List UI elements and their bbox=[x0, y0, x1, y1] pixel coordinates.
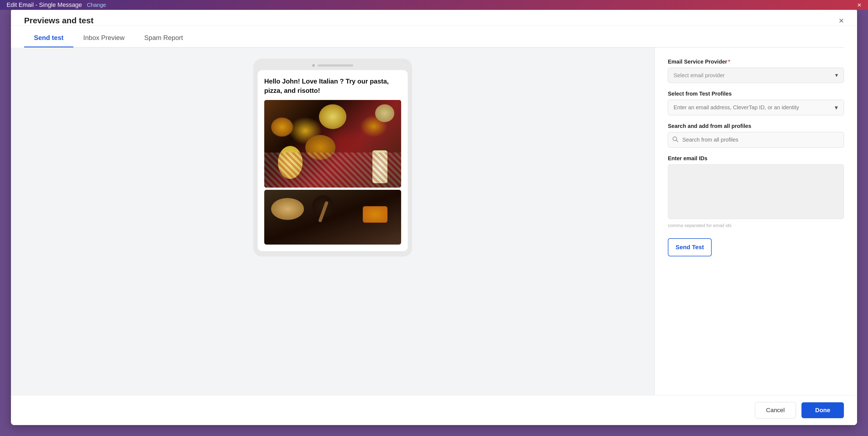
search-icon bbox=[672, 136, 678, 144]
email-service-provider-group: Email Service Provider* Select email pro… bbox=[668, 59, 844, 83]
right-panel: Email Service Provider* Select email pro… bbox=[654, 48, 857, 395]
modal: Previews and test × Send test Inbox Prev… bbox=[11, 8, 857, 425]
phone-dot bbox=[312, 64, 315, 67]
search-profiles-group: Search and add from all profiles bbox=[668, 123, 844, 148]
top-bar-close-button[interactable]: × bbox=[857, 1, 861, 9]
email-ids-group: Enter email IDs comma separated for emai… bbox=[668, 155, 844, 228]
send-test-button[interactable]: Send Test bbox=[668, 238, 712, 256]
tabs-container: Send test Inbox Preview Spam Report bbox=[11, 29, 857, 47]
search-profiles-wrapper bbox=[668, 132, 844, 148]
email-ids-label: Enter email IDs bbox=[668, 155, 844, 162]
email-service-provider-label: Email Service Provider* bbox=[668, 59, 844, 65]
top-bar-title: Edit Email - Single Message bbox=[7, 1, 82, 8]
food-cloth bbox=[264, 153, 401, 188]
svg-line-1 bbox=[676, 140, 678, 142]
modal-footer: Cancel Done bbox=[11, 395, 857, 425]
phone-mockup: Hello John! Love Italian ? Try our pasta… bbox=[253, 59, 412, 257]
phone-notch bbox=[258, 64, 408, 67]
send-test-button-wrapper: Send Test bbox=[668, 236, 844, 256]
tab-send-test[interactable]: Send test bbox=[24, 29, 73, 48]
tab-spam-report[interactable]: Spam Report bbox=[134, 29, 193, 48]
food2-item1 bbox=[271, 198, 304, 220]
preview-panel: Hello John! Love Italian ? Try our pasta… bbox=[11, 48, 654, 395]
email-ids-textarea[interactable] bbox=[668, 164, 844, 219]
search-profiles-input[interactable] bbox=[668, 132, 844, 148]
phone-status-bar bbox=[318, 64, 353, 67]
email-greeting: Hello John! Love Italian ? Try our pasta… bbox=[264, 77, 401, 95]
test-profiles-label: Select from Test Profiles bbox=[668, 91, 844, 97]
top-bar: Edit Email - Single Message Change × bbox=[0, 0, 868, 10]
food2-item3 bbox=[363, 206, 388, 223]
cancel-button[interactable]: Cancel bbox=[755, 402, 796, 418]
email-service-provider-select[interactable]: Select email provider bbox=[668, 68, 844, 83]
modal-header: Previews and test × bbox=[11, 8, 857, 26]
modal-body: Hello John! Love Italian ? Try our pasta… bbox=[11, 48, 857, 395]
done-button[interactable]: Done bbox=[802, 402, 844, 418]
change-link[interactable]: Change bbox=[87, 2, 106, 8]
search-profiles-label: Search and add from all profiles bbox=[668, 123, 844, 129]
email-service-provider-wrapper: Select email provider ▼ bbox=[668, 68, 844, 83]
email-ids-hint: comma separated for email ids bbox=[668, 223, 844, 228]
email-food-image-2 bbox=[264, 190, 401, 245]
modal-title: Previews and test bbox=[24, 16, 93, 25]
email-food-image-1 bbox=[264, 100, 401, 188]
food-image-content bbox=[264, 100, 401, 188]
food-bowl2 bbox=[375, 104, 394, 122]
food-pasta bbox=[271, 118, 293, 137]
food-bowl1 bbox=[319, 104, 346, 129]
phone-screen: Hello John! Love Italian ? Try our pasta… bbox=[258, 70, 408, 251]
test-profiles-input[interactable] bbox=[668, 100, 844, 115]
modal-close-button[interactable]: × bbox=[839, 16, 844, 25]
test-profiles-group: Select from Test Profiles ▼ bbox=[668, 91, 844, 115]
tab-inbox-preview[interactable]: Inbox Preview bbox=[73, 29, 134, 48]
test-profiles-wrapper: ▼ bbox=[668, 100, 844, 115]
